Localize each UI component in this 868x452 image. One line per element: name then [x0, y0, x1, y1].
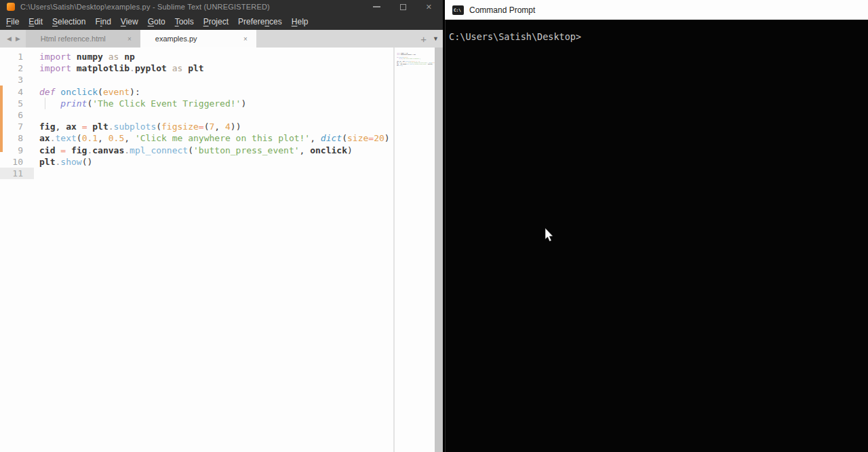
window-title: C:\Users\Satish\Desktop\examples.py - Su…	[20, 3, 270, 11]
tab-label: Html reference.html	[41, 35, 106, 43]
tab-bar: ◀ ▶ Html reference.html × examples.py × …	[0, 30, 443, 48]
new-tab-icon[interactable]: +	[420, 33, 427, 45]
tab-close-icon[interactable]: ×	[127, 35, 132, 43]
menu-selection[interactable]: Selection	[47, 14, 90, 30]
code-line-text: print('The Click Event Triggered!')	[34, 98, 393, 109]
history-forward-icon[interactable]: ▶	[16, 35, 20, 42]
sublime-logo-icon	[7, 3, 15, 11]
line-number: 2	[0, 62, 34, 74]
console[interactable]: C:\Users\Satish\Desktop>	[445, 20, 868, 452]
editor-scrollbar[interactable]	[435, 48, 443, 452]
menu-help[interactable]: Help	[287, 14, 313, 30]
close-icon[interactable]: ✕	[426, 3, 432, 11]
menu-tools[interactable]: Tools	[170, 14, 199, 30]
cmd-icon: C:\	[452, 5, 464, 15]
code-line-text: cid = fig.canvas.mpl_connect('button_pre…	[34, 145, 393, 156]
menu-view[interactable]: View	[116, 14, 143, 30]
line-number: 7	[0, 121, 34, 132]
minimize-icon[interactable]	[373, 6, 380, 7]
line-number: 3	[0, 74, 34, 86]
tab-html-reference[interactable]: Html reference.html ×	[26, 30, 140, 48]
indent-guide	[45, 98, 45, 109]
code-line: 7fig, ax = plt.subplots(figsize=(7, 4))	[0, 121, 393, 132]
code-line-text	[34, 168, 393, 179]
cmd-titlebar[interactable]: C:\ Command Prompt	[445, 0, 868, 20]
line-number: 11	[0, 168, 34, 179]
line-number: 1	[0, 51, 34, 62]
tab-nav-arrows: ◀ ▶	[0, 30, 26, 48]
code-line-text: def onclick(event):	[34, 86, 393, 98]
history-back-icon[interactable]: ◀	[7, 35, 12, 42]
line-number: 9	[0, 145, 34, 156]
code-line: 9cid = fig.canvas.mpl_connect('button_pr…	[0, 145, 393, 156]
code-line-text: fig, ax = plt.subplots(figsize=(7, 4))	[34, 121, 393, 132]
minimap-line	[397, 67, 435, 68]
code-line: 1import numpy as np	[0, 51, 393, 62]
code-line-text: ax.text(0.1, 0.5, 'Click me anywhere on …	[34, 132, 393, 144]
minimap-content: import numpy as npimport matplotlib.pypl…	[397, 53, 435, 68]
menu-project[interactable]: Project	[199, 14, 233, 30]
tab-label: examples.py	[155, 35, 197, 43]
command-prompt-window: C:\ Command Prompt C:\Users\Satish\Deskt…	[445, 0, 868, 452]
code-line-text: import numpy as np	[34, 51, 393, 62]
code-line: 2import matplotlib.pyplot as plt	[0, 62, 393, 74]
line-number: 4	[0, 86, 34, 98]
menu-file[interactable]: File	[1, 14, 24, 30]
code-line-text: plt.show()	[34, 156, 393, 168]
code-line: 3	[0, 74, 393, 86]
code-text[interactable]: 1import numpy as np2import matplotlib.py…	[0, 51, 393, 179]
minimap-border	[393, 48, 395, 452]
code-line: 8ax.text(0.1, 0.5, 'Click me anywhere on…	[0, 132, 393, 144]
line-number: 5	[0, 98, 34, 109]
prompt-text: C:\Users\Satish\Desktop>	[449, 31, 868, 42]
code-line-text	[34, 109, 393, 121]
window-controls: ✕	[373, 0, 432, 14]
sublime-window: C:\Users\Satish\Desktop\examples.py - Su…	[0, 0, 445, 452]
tabbar-actions: + ▼	[420, 30, 439, 48]
menu-bar: FileEditSelectionFindViewGotoToolsProjec…	[0, 14, 443, 30]
sublime-titlebar[interactable]: C:\Users\Satish\Desktop\examples.py - Su…	[0, 0, 443, 14]
tab-examples-py[interactable]: examples.py ×	[140, 30, 256, 48]
tab-close-icon[interactable]: ×	[243, 35, 248, 43]
code-line: 6	[0, 109, 393, 121]
minimap[interactable]: import numpy as npimport matplotlib.pypl…	[397, 53, 435, 134]
maximize-icon[interactable]	[400, 4, 406, 10]
line-number: 10	[0, 156, 34, 168]
line-number: 8	[0, 132, 34, 144]
editor-area[interactable]: 1import numpy as np2import matplotlib.py…	[0, 48, 443, 452]
code-line-text	[34, 74, 393, 86]
menu-goto[interactable]: Goto	[143, 14, 170, 30]
code-line: 5 print('The Click Event Triggered!')	[0, 98, 393, 109]
code-line: 4def onclick(event):	[0, 86, 393, 98]
menu-edit[interactable]: Edit	[24, 14, 47, 30]
cmd-window-title: Command Prompt	[469, 5, 535, 15]
menu-preferences[interactable]: Preferences	[233, 14, 287, 30]
code-line: 10plt.show()	[0, 156, 393, 168]
menu-find[interactable]: Find	[90, 14, 115, 30]
tab-overflow-icon[interactable]: ▼	[433, 35, 439, 42]
code-line: 11	[0, 168, 393, 179]
line-number: 6	[0, 109, 34, 121]
code-line-text: import matplotlib.pyplot as plt	[34, 62, 393, 74]
mouse-cursor-icon	[545, 228, 555, 243]
